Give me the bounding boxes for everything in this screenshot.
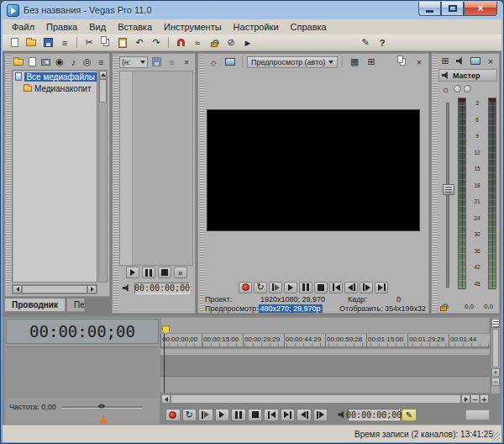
copy-button[interactable]	[98, 36, 113, 50]
mute-button[interactable]	[454, 85, 461, 92]
media-vertical-scrollbar[interactable]	[98, 70, 108, 283]
capture-video-button[interactable]	[39, 56, 52, 69]
menu-view[interactable]: Вид	[83, 20, 112, 34]
scrollbar-thumb[interactable]	[171, 394, 461, 404]
previous-frame-button[interactable]	[297, 409, 312, 421]
big-time-display[interactable]: 00:00:00;00	[6, 319, 159, 344]
import-disc-button[interactable]: ◉	[53, 56, 66, 69]
dock-grip[interactable]	[6, 56, 11, 294]
timeline-vertical-scrollbar[interactable]: + −	[491, 317, 501, 394]
bus-fx-button[interactable]: ☼	[440, 82, 451, 96]
menu-tools[interactable]: Инструменты	[158, 20, 228, 34]
stop-button[interactable]	[248, 409, 263, 421]
undo-button[interactable]: ↶	[132, 36, 147, 50]
search-media-button[interactable]: ◎	[81, 56, 93, 69]
resize-grip[interactable]	[491, 432, 500, 441]
new-project-button[interactable]	[7, 36, 22, 50]
timeline-horizontal-scrollbar[interactable]: − +	[160, 394, 490, 404]
media-properties-button[interactable]: ≡	[95, 56, 108, 69]
next-frame-button[interactable]	[313, 409, 328, 421]
trimmer-display[interactable]	[119, 71, 193, 266]
lock-envelopes-button[interactable]	[207, 36, 222, 50]
preview-close-button[interactable]: ×	[412, 56, 427, 69]
downmix-button[interactable]	[454, 55, 467, 68]
dock-grip[interactable]	[433, 56, 438, 311]
maximize-button[interactable]	[441, 2, 464, 16]
fader-track[interactable]	[446, 103, 449, 288]
redo-button[interactable]: ↷	[149, 36, 164, 50]
scroll-left-button[interactable]	[13, 285, 22, 293]
time-ruler[interactable]: 00:00:00;00 00:00:15:00 00:00:29:29 00:0…	[160, 334, 490, 347]
mixer-pin-button[interactable]	[469, 55, 482, 68]
menu-help[interactable]: Справка	[285, 20, 333, 34]
save-button[interactable]	[40, 36, 55, 50]
video-preview-screen[interactable]	[207, 109, 420, 231]
scrollbar-thumb[interactable]	[22, 285, 87, 293]
trimmer-pause-button[interactable]	[142, 267, 155, 278]
split-screen-button[interactable]: ⊞	[364, 56, 379, 69]
trimmer-shuttle-button[interactable]: »	[174, 267, 187, 278]
import-media-button[interactable]	[25, 56, 38, 69]
snapshot-button[interactable]	[395, 56, 410, 69]
titlebar[interactable]: Без названия - Vegas Pro 11.0 ×	[1, 1, 503, 19]
ignore-grouping-button[interactable]: ⊘	[223, 36, 239, 50]
tab-transitions[interactable]: Пе	[66, 299, 85, 312]
media-item-media-bins[interactable]: Медианакопит	[13, 82, 97, 94]
fader-handle[interactable]	[443, 184, 454, 195]
trimmer-stop-button[interactable]	[158, 267, 171, 278]
trimmer-properties-button[interactable]: ≡	[165, 56, 178, 69]
whats-this-help-button[interactable]: ?	[375, 36, 390, 50]
tab-explorer[interactable]: Проводник	[4, 299, 66, 312]
pause-button[interactable]	[299, 282, 312, 293]
trimmer-save-button[interactable]	[150, 56, 163, 69]
mixer-close-button[interactable]: ×	[484, 55, 497, 68]
properties-button[interactable]: ≡	[57, 36, 72, 50]
edit-cursor-head[interactable]	[162, 325, 170, 334]
scroll-left-button[interactable]	[161, 394, 171, 404]
media-horizontal-scrollbar[interactable]	[12, 284, 97, 294]
dock-grip[interactable]	[199, 56, 204, 311]
meter-left[interactable]	[458, 98, 466, 289]
stop-button[interactable]	[314, 282, 328, 293]
marker-bar[interactable]	[160, 317, 490, 334]
cursor-time-display[interactable]: 00:00:00;00	[348, 409, 400, 420]
play-from-start-button[interactable]	[269, 282, 282, 293]
go-to-start-button[interactable]	[264, 409, 279, 421]
marker-pen-button[interactable]: ✎	[402, 409, 417, 421]
previous-frame-button[interactable]	[344, 282, 358, 293]
snap-toggle-button[interactable]	[173, 36, 188, 50]
open-button[interactable]	[24, 36, 39, 50]
rate-slider[interactable]	[62, 406, 142, 409]
next-frame-button[interactable]	[360, 282, 373, 293]
go-to-start-button[interactable]	[329, 282, 343, 293]
menu-file[interactable]: Файл	[6, 20, 40, 34]
menu-insert[interactable]: Вставка	[112, 20, 158, 34]
trimmer-preset-dropdown[interactable]: (н:	[119, 56, 148, 68]
project-properties-button[interactable]: ☼	[206, 56, 221, 69]
auto-ripple-button[interactable]: ≈	[190, 36, 205, 50]
zoom-in-button[interactable]: +	[480, 394, 489, 404]
track-space[interactable]	[160, 349, 490, 393]
media-item-all-media[interactable]: Все медиафайлы	[13, 71, 97, 82]
preview-quality-dropdown[interactable]: Предпросмотр (авто)	[247, 56, 338, 68]
menu-options[interactable]: Настройки	[228, 20, 285, 34]
tutorials-pen-button[interactable]: ✎	[358, 36, 373, 50]
trimmer-close-button[interactable]: ×	[180, 56, 193, 69]
track-list-button[interactable]	[491, 319, 500, 328]
scrollbar-thumb[interactable]	[99, 79, 107, 103]
track-header-area[interactable]	[6, 346, 159, 399]
play-button[interactable]	[284, 282, 297, 293]
play-button[interactable]	[215, 409, 230, 421]
new-bin-button[interactable]	[12, 56, 24, 69]
extract-audio-button[interactable]: ♪	[67, 56, 80, 69]
paste-button[interactable]	[115, 36, 130, 50]
loop-button[interactable]: ↻	[182, 409, 197, 421]
record-button[interactable]	[239, 282, 252, 293]
overlays-button[interactable]: ▦	[347, 56, 362, 69]
solo-button[interactable]	[464, 85, 471, 92]
track-zoom-in-button[interactable]: +	[491, 368, 500, 377]
menu-edit[interactable]: Правка	[40, 20, 83, 34]
meter-right[interactable]	[488, 98, 496, 289]
close-button[interactable]: ×	[464, 2, 497, 16]
edit-tool-button[interactable]: ►	[240, 36, 255, 50]
